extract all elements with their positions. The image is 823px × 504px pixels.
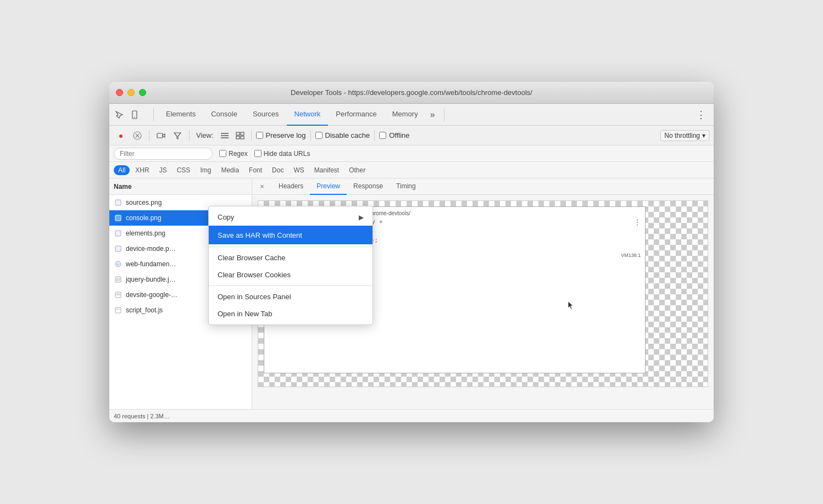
grid-view-button[interactable] <box>233 129 247 142</box>
detail-tab-response[interactable]: Response <box>347 178 390 195</box>
context-menu: Copy ▶ Save as HAR with Content Clear Br… <box>208 206 373 325</box>
type-filter-css[interactable]: CSS <box>173 165 195 175</box>
svg-rect-9 <box>236 132 240 135</box>
file-name-jquery: jquery-bundle.j… <box>126 276 176 283</box>
offline-checkbox-group[interactable]: Offline <box>379 131 409 139</box>
type-filter-xhr[interactable]: XHR <box>131 165 153 175</box>
ctx-save-har-label: Save as HAR with Content <box>218 231 302 239</box>
file-icon-elements <box>114 230 123 237</box>
ctx-clear-cookies[interactable]: Clear Browser Cookies <box>209 266 372 283</box>
tab-more-button[interactable]: » <box>426 110 440 120</box>
grid-view-icon <box>236 132 244 139</box>
file-name-sources: sources.png <box>126 199 162 206</box>
preserve-log-checkbox-group[interactable]: Preserve log <box>256 131 306 139</box>
filter-icon <box>174 132 181 139</box>
toolbar-sep-1 <box>149 130 149 141</box>
disable-cache-checkbox-group[interactable]: Disable cache <box>315 131 370 139</box>
video-button[interactable] <box>154 128 168 143</box>
tab-network[interactable]: Network <box>287 104 329 126</box>
disable-cache-checkbox[interactable] <box>315 132 322 139</box>
type-filter-doc[interactable]: Doc <box>268 165 288 175</box>
type-filter-img[interactable]: Img <box>196 165 215 175</box>
inspector-icon[interactable] <box>114 109 125 120</box>
preview-more-tab: » <box>380 219 383 226</box>
file-name-web-fund: web-fundamen… <box>126 260 176 268</box>
hide-data-checkbox-group[interactable]: Hide data URLs <box>254 150 310 158</box>
offline-checkbox[interactable] <box>379 132 386 139</box>
maximize-button[interactable] <box>139 89 146 96</box>
regex-checkbox-group[interactable]: Regex <box>219 150 248 158</box>
ctx-copy[interactable]: Copy ▶ <box>209 209 372 226</box>
svg-rect-14 <box>115 215 121 221</box>
detail-tab-headers[interactable]: Headers <box>272 178 310 195</box>
type-filter-ws[interactable]: WS <box>289 165 308 175</box>
status-bar: 40 requests | 2.3M… <box>109 409 714 422</box>
tab-elements[interactable]: Elements <box>158 104 203 126</box>
tab-bar-separator-1 <box>153 108 154 121</box>
detail-tab-timing[interactable]: Timing <box>390 178 422 195</box>
preserve-log-checkbox[interactable] <box>256 132 263 139</box>
ctx-clear-cache[interactable]: Clear Browser Cache <box>209 249 372 266</box>
title-bar: Developer Tools - https://developers.goo… <box>109 82 714 104</box>
stop-icon <box>133 131 142 140</box>
toolbar-sep-2 <box>189 130 190 141</box>
toolbar-sep-5 <box>374 130 375 141</box>
toolbar-sep-4 <box>310 130 311 141</box>
type-filter-all[interactable]: All <box>114 165 130 175</box>
devtools-window: Developer Tools - https://developers.goo… <box>109 82 714 422</box>
file-name-devsite: devsite-google-… <box>126 291 177 299</box>
tab-bar-icons <box>114 109 140 120</box>
close-button[interactable] <box>116 89 123 96</box>
toolbar-sep-3 <box>251 130 252 141</box>
record-button[interactable]: ● <box>114 128 128 143</box>
ctx-save-har[interactable]: Save as HAR with Content <box>209 226 372 244</box>
detail-tabs: × Headers Preview Response Timing <box>252 178 714 195</box>
regex-label: Regex <box>229 150 248 158</box>
regex-checkbox[interactable] <box>219 150 226 157</box>
stop-button[interactable] <box>130 128 144 143</box>
content-area: Name sources.png console.png <box>109 178 714 409</box>
type-filter-manifest[interactable]: Manifest <box>310 165 343 175</box>
preserve-log-label: Preserve log <box>266 131 306 139</box>
ctx-copy-label: Copy <box>218 213 234 221</box>
svg-rect-10 <box>241 132 244 135</box>
ctx-clear-cache-label: Clear Browser Cache <box>218 254 286 262</box>
filter-input[interactable] <box>114 148 213 160</box>
filter-button[interactable] <box>170 128 185 143</box>
throttle-chevron-icon: ▾ <box>702 132 705 139</box>
hide-data-checkbox[interactable] <box>254 150 262 157</box>
file-icon-devsite <box>114 292 123 298</box>
filter-bar: Regex Hide data URLs <box>109 145 714 162</box>
mobile-icon[interactable] <box>129 109 140 120</box>
minimize-button[interactable] <box>127 89 135 96</box>
type-filter-media[interactable]: Media <box>216 165 243 175</box>
type-filter-font[interactable]: Font <box>244 165 266 175</box>
toolbar: ● View: <box>109 126 714 145</box>
tab-memory[interactable]: Memory <box>385 104 426 126</box>
svg-rect-16 <box>115 246 121 251</box>
svg-point-17 <box>115 261 121 267</box>
video-icon <box>157 131 165 140</box>
file-name-device-mode: device-mode.p… <box>126 245 176 253</box>
tab-performance[interactable]: Performance <box>328 104 384 126</box>
devtools-menu-button[interactable]: ⋮ <box>693 109 709 121</box>
detail-close-button[interactable]: × <box>257 181 268 192</box>
file-icon-device-mode <box>114 245 123 252</box>
ctx-open-new-tab-label: Open in New Tab <box>218 310 273 318</box>
tab-bar: Elements Console Sources Network Perform… <box>109 104 714 126</box>
detail-tab-preview[interactable]: Preview <box>310 178 347 195</box>
ctx-open-sources[interactable]: Open in Sources Panel <box>209 288 372 305</box>
list-view-button[interactable] <box>218 129 231 142</box>
disable-cache-label: Disable cache <box>325 131 370 139</box>
type-filter-js[interactable]: JS <box>155 165 171 175</box>
svg-rect-11 <box>236 136 240 139</box>
type-filter-other[interactable]: Other <box>344 165 370 175</box>
svg-rect-25 <box>115 307 121 313</box>
record-icon: ● <box>119 131 123 140</box>
throttle-dropdown[interactable]: No throttling ▾ <box>660 130 709 141</box>
tab-console[interactable]: Console <box>203 104 245 126</box>
file-name-script-foot: script_foot.js <box>126 306 163 314</box>
ctx-open-new-tab[interactable]: Open in New Tab <box>209 305 372 322</box>
tab-sources[interactable]: Sources <box>245 104 287 126</box>
view-label: View: <box>196 131 214 139</box>
